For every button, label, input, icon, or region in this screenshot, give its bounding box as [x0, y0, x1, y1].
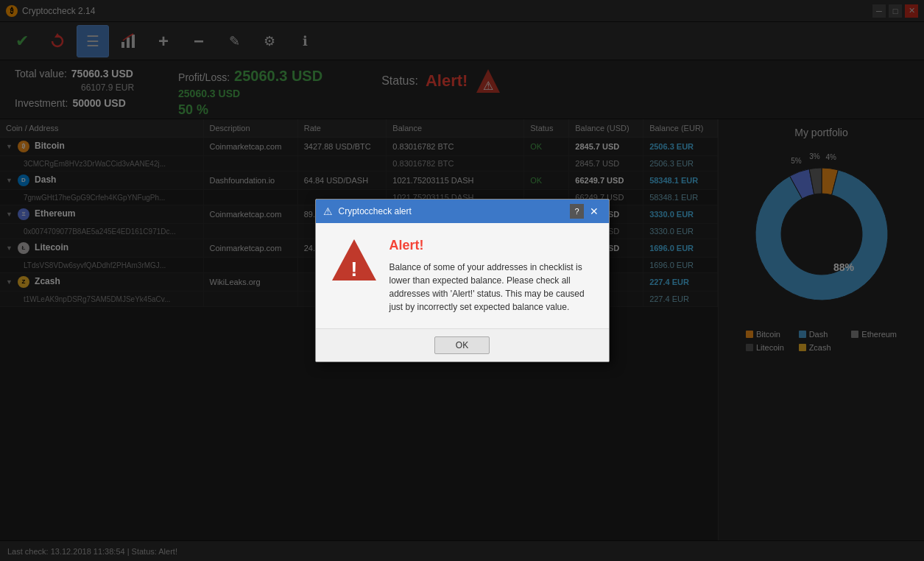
modal-overlay: ⚠ Cryptoccheck alert ? ✕ ! Alert! Balanc… — [0, 0, 924, 561]
modal-help-button[interactable]: ? — [570, 204, 583, 219]
modal-titlebar-left: ⚠ Cryptoccheck alert — [323, 205, 412, 217]
modal-title: Cryptoccheck alert — [339, 206, 412, 216]
modal-alert-body: Balance of some of your addresses in che… — [389, 261, 594, 314]
modal-body: ! Alert! Balance of some of your address… — [316, 223, 609, 328]
modal-alert-title: Alert! — [389, 238, 594, 253]
modal-controls: ? ✕ — [570, 204, 601, 219]
modal-ok-button[interactable]: OK — [434, 336, 490, 354]
modal-text-area: Alert! Balance of some of your addresses… — [389, 238, 594, 314]
modal-titlebar: ⚠ Cryptoccheck alert ? ✕ — [316, 200, 609, 223]
modal-footer: OK — [316, 328, 609, 361]
modal-alert-icon-small: ⚠ — [323, 205, 333, 217]
modal-close-button[interactable]: ✕ — [587, 204, 602, 219]
modal-warning-icon: ! — [331, 238, 378, 279]
modal-dialog: ⚠ Cryptoccheck alert ? ✕ ! Alert! Balanc… — [315, 199, 610, 362]
svg-text:!: ! — [350, 258, 357, 280]
